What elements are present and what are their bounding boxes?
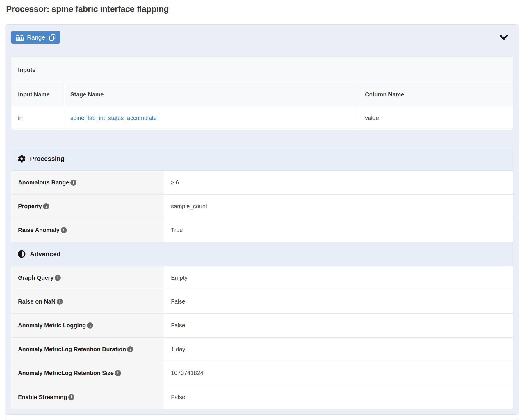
column-header-stage-name: Stage Name <box>63 83 358 106</box>
property-value: True <box>164 218 513 242</box>
column-header-input-name: Input Name <box>11 83 63 106</box>
chevron-down-icon <box>499 34 508 41</box>
info-icon[interactable]: i <box>115 370 121 376</box>
info-icon[interactable]: i <box>68 394 74 400</box>
property-label-text: Anomaly MetricLog Retention Size <box>18 370 114 376</box>
property-row: Raise on NaN i False <box>11 290 513 314</box>
property-row: Anomaly Metric Logging i False <box>11 314 513 338</box>
property-label-text: Anomalous Range <box>18 179 69 186</box>
property-row: Anomalous Range i ≥ 6 <box>11 171 513 195</box>
property-row: Enable Streaming i False <box>11 385 513 409</box>
property-value: Empty <box>164 266 513 290</box>
property-label-text: Anomaly MetricLog Retention Duration <box>18 346 126 353</box>
section-header-advanced: Advanced <box>11 242 513 266</box>
stage-name-link[interactable]: spine_fab_int_status_accumulate <box>70 115 157 121</box>
processor-panel: Range Inputs Input Name Stage Name Colum… <box>5 24 519 415</box>
property-value: 1 day <box>164 338 513 361</box>
property-label: Graph Query i <box>11 266 164 290</box>
property-label: Enable Streaming i <box>11 385 164 409</box>
property-label: Property i <box>11 195 164 218</box>
property-value: 1073741824 <box>164 361 513 385</box>
page-title: Processor: spine fabric interface flappi… <box>6 4 524 14</box>
property-value: False <box>164 385 513 409</box>
gear-icon <box>18 155 26 163</box>
info-icon[interactable]: i <box>127 346 133 352</box>
info-icon[interactable]: i <box>70 180 76 186</box>
info-icon[interactable]: i <box>87 322 93 329</box>
info-icon[interactable]: i <box>61 227 67 233</box>
info-icon[interactable]: i <box>55 275 61 281</box>
info-icon[interactable]: i <box>57 299 63 305</box>
property-label-text: Property <box>18 203 42 210</box>
processor-properties-table: Processing Anomalous Range i ≥ 6 Propert… <box>11 147 513 409</box>
range-stage-button[interactable]: Range <box>11 31 60 44</box>
property-value: ≥ 6 <box>164 171 513 194</box>
section-header-processing: Processing <box>11 147 513 171</box>
property-row: Raise Anomaly i True <box>11 218 513 242</box>
property-row: Graph Query i Empty <box>11 266 513 290</box>
property-label: Raise on NaN i <box>11 290 164 313</box>
property-label: Anomaly MetricLog Retention Duration i <box>11 338 164 361</box>
inputs-table: Inputs Input Name Stage Name Column Name… <box>11 57 513 130</box>
section-title: Processing <box>30 155 65 163</box>
panel-header: Range <box>11 31 513 44</box>
property-label-text: Raise on NaN <box>18 298 56 305</box>
property-label-text: Graph Query <box>18 274 54 281</box>
property-row: Property i sample_count <box>11 195 513 218</box>
next-processor-card-edge <box>5 419 519 420</box>
property-label-text: Anomaly Metric Logging <box>18 322 86 329</box>
inputs-caption: Inputs <box>11 57 513 83</box>
range-button-label: Range <box>27 34 45 41</box>
copy-icon[interactable] <box>49 34 56 41</box>
half-circle-icon <box>18 250 26 258</box>
inputs-header-row: Input Name Stage Name Column Name <box>11 83 513 106</box>
property-value: sample_count <box>164 195 513 218</box>
collapse-panel-button[interactable] <box>499 34 508 41</box>
property-label: Raise Anomaly i <box>11 218 164 242</box>
section-title: Advanced <box>30 250 60 258</box>
property-label: Anomaly MetricLog Retention Size i <box>11 361 164 385</box>
property-value: False <box>164 290 513 313</box>
stage-name-cell: spine_fab_int_status_accumulate <box>63 106 358 130</box>
property-label-text: Enable Streaming <box>18 394 67 401</box>
range-icon <box>16 33 24 41</box>
property-label: Anomalous Range i <box>11 171 164 194</box>
info-icon[interactable]: i <box>43 203 49 209</box>
property-label-text: Raise Anomaly <box>18 227 60 234</box>
property-row: Anomaly MetricLog Retention Duration i 1… <box>11 338 513 361</box>
property-label: Anomaly Metric Logging i <box>11 314 164 337</box>
property-value: False <box>164 314 513 337</box>
property-row: Anomaly MetricLog Retention Size i 10737… <box>11 361 513 385</box>
column-header-column-name: Column Name <box>358 83 513 106</box>
inputs-data-row: in spine_fab_int_status_accumulate value <box>11 106 513 130</box>
column-name-cell: value <box>358 106 513 130</box>
input-name-cell: in <box>11 106 63 130</box>
